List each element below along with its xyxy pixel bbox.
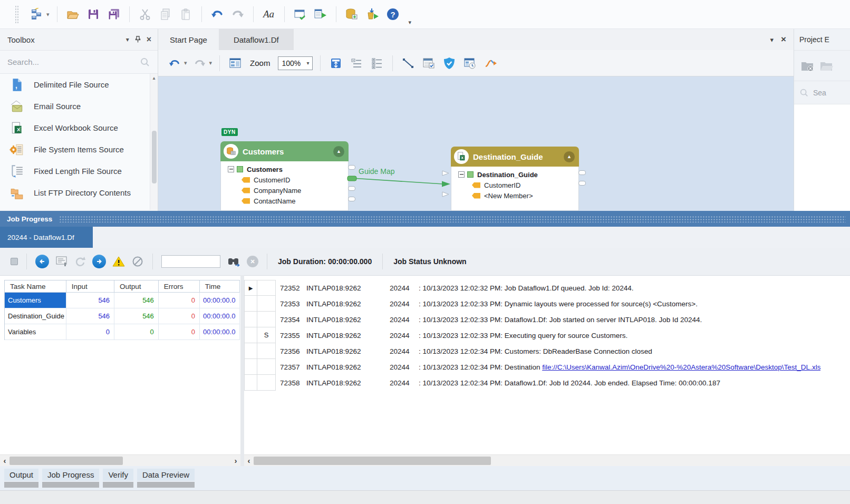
expand-nodes-button[interactable]: [328, 55, 344, 71]
suppress-messages-button[interactable]: [131, 255, 144, 268]
toolbox-item-file-system-items-source[interactable]: File System Items Source: [0, 139, 158, 160]
collapse-tree-button[interactable]: [349, 55, 364, 71]
show-details-button[interactable]: [55, 256, 68, 267]
document-close-icon[interactable]: ×: [781, 34, 786, 45]
node-field[interactable]: CompanyName: [221, 185, 348, 196]
node-collapse-button[interactable]: ▲: [333, 146, 344, 157]
document-list-chevron-icon[interactable]: ▾: [770, 36, 774, 44]
tab-dataflow1[interactable]: Dataflow1.Df: [219, 29, 294, 50]
open-button[interactable]: [65, 6, 81, 22]
layout-options-button[interactable]: [227, 55, 243, 71]
scrollbar-thumb[interactable]: [254, 457, 491, 465]
run-import-button[interactable]: [364, 6, 380, 22]
log-row[interactable]: ▶ 72352 INTLAP018:9262 20244 : 10/13/202…: [244, 280, 850, 296]
font-button[interactable]: Aa: [261, 6, 277, 22]
copy-button[interactable]: [158, 6, 173, 22]
column-header-output[interactable]: Output: [114, 280, 159, 293]
toolbar-drag-handle[interactable]: [15, 5, 19, 23]
clear-filter-button[interactable]: ✕: [247, 256, 258, 267]
task-row-variables[interactable]: Variables 0 0 0 00:00:00.0: [5, 324, 240, 340]
new-dataflow-button[interactable]: [29, 6, 45, 22]
database-load-button[interactable]: [344, 6, 360, 22]
node-field[interactable]: ContactName: [221, 196, 348, 206]
tab-data-preview[interactable]: Data Preview: [137, 469, 195, 488]
node-destination-guide[interactable]: X Destination_Guide ▲ Destination_Guide …: [451, 147, 579, 211]
previous-error-button[interactable]: [35, 255, 49, 268]
scroll-left-arrow[interactable]: ‹: [0, 455, 9, 466]
column-header-task-name[interactable]: Task Name: [5, 280, 66, 293]
output-port[interactable]: [578, 170, 586, 175]
scrollbar-up-arrow[interactable]: ▴: [150, 74, 158, 82]
undo-dropdown-caret[interactable]: ▾: [184, 60, 187, 66]
node-field[interactable]: CustomerID: [221, 175, 348, 185]
column-header-errors[interactable]: Errors: [159, 280, 200, 293]
log-row[interactable]: 72356 INTLAP018:9262 20244 : 10/13/2023 …: [244, 343, 850, 359]
project-search-input[interactable]: Sea: [794, 81, 850, 104]
tab-job-progress[interactable]: Job Progress: [42, 469, 99, 488]
toolbar-overflow-button[interactable]: ▾: [409, 17, 412, 24]
next-error-button[interactable]: [92, 255, 106, 268]
auto-layout-button[interactable]: [482, 55, 498, 71]
tab-start-page[interactable]: Start Page: [158, 29, 219, 50]
toolbox-item-excel-workbook-source[interactable]: X Excel Workbook Source: [0, 117, 158, 139]
log-filter-input[interactable]: [161, 255, 220, 268]
paste-button[interactable]: [178, 6, 194, 22]
toolbox-item-fixed-length-file-source[interactable]: Fixed Length File Source: [0, 160, 158, 182]
close-project-icon[interactable]: [800, 60, 814, 72]
scrollbar-thumb[interactable]: [152, 131, 157, 183]
toolbox-item-delimited-file-source[interactable]: , Delimited File Source: [0, 74, 158, 95]
node-field[interactable]: CustomerID: [451, 180, 578, 190]
stop-job-button[interactable]: [11, 258, 18, 265]
project-tree[interactable]: [794, 104, 850, 211]
link-label[interactable]: Guide Map: [359, 167, 394, 176]
toolbox-scrollbar[interactable]: ▴: [150, 74, 158, 210]
output-port[interactable]: [348, 165, 355, 170]
toolbox-item-email-source[interactable]: Email Source: [0, 95, 158, 117]
output-port[interactable]: [348, 197, 355, 201]
scheduler-button[interactable]: [421, 55, 437, 71]
column-header-input[interactable]: Input: [66, 280, 114, 293]
canvas-undo-button[interactable]: [167, 55, 182, 71]
output-port[interactable]: [578, 181, 586, 186]
redo-button[interactable]: [230, 6, 246, 22]
node-field[interactable]: <New Member>: [451, 190, 578, 201]
protect-button[interactable]: [441, 55, 457, 71]
destination-file-link[interactable]: file://C:\Users\Kanwal.Azim\OneDrive%20-…: [542, 363, 820, 371]
tree-expander-icon[interactable]: [458, 171, 465, 178]
undo-button[interactable]: [209, 6, 225, 22]
scroll-left-arrow[interactable]: ‹: [244, 455, 254, 466]
node-collapse-button[interactable]: ▲: [564, 151, 575, 162]
log-row[interactable]: 72354 INTLAP018:9262 20244 : 10/13/2023 …: [244, 312, 850, 327]
canvas-redo-button[interactable]: [192, 55, 208, 71]
job-tab[interactable]: 20244 - Dataflow1.Df: [0, 227, 93, 248]
find-button[interactable]: [227, 255, 240, 268]
save-button[interactable]: [85, 6, 101, 22]
panel-splitter[interactable]: [240, 275, 244, 466]
tab-verify[interactable]: Verify: [103, 469, 133, 488]
task-row-destination-guide[interactable]: Destination_Guide 546 546 0 00:00:00.0: [5, 308, 240, 324]
log-row[interactable]: 72353 INTLAP018:9262 20244 : 10/13/2023 …: [244, 296, 850, 312]
tab-output[interactable]: Output: [4, 469, 38, 488]
toolbox-close-icon[interactable]: ×: [147, 35, 151, 44]
log-panel-hscrollbar[interactable]: ‹: [244, 454, 850, 466]
job-progress-titlebar[interactable]: Job Progress: [0, 211, 850, 227]
cut-button[interactable]: [137, 6, 153, 22]
save-all-button[interactable]: [106, 6, 122, 22]
verify-window-button[interactable]: [292, 6, 308, 22]
log-row[interactable]: 72357 INTLAP018:9262 20244 : 10/13/2023 …: [244, 359, 850, 375]
open-project-icon[interactable]: [819, 60, 833, 72]
toolbox-search-input[interactable]: Search...: [0, 50, 158, 74]
tree-expander-icon[interactable]: [228, 166, 234, 172]
zoom-select[interactable]: 100% ▾: [278, 56, 313, 70]
column-header-time[interactable]: Time: [200, 280, 240, 293]
scroll-right-arrow[interactable]: ›: [231, 455, 240, 466]
node-tree-root[interactable]: Customers: [221, 164, 348, 175]
run-window-button[interactable]: [313, 6, 329, 22]
task-row-customers[interactable]: Customers 546 546 0 00:00:00.0: [5, 293, 240, 308]
node-tree-root[interactable]: Destination_Guide: [451, 169, 578, 180]
toolbox-item-list-ftp-directory-contents[interactable]: List FTP Directory Contents: [0, 182, 158, 203]
log-row[interactable]: 72358 INTLAP018:9262 20244 : 10/13/2023 …: [244, 375, 850, 391]
node-customers-header[interactable]: Customers ▲: [220, 141, 349, 161]
node-destination-header[interactable]: X Destination_Guide ▲: [451, 147, 579, 167]
task-panel-hscrollbar[interactable]: ‹ ›: [0, 454, 240, 466]
